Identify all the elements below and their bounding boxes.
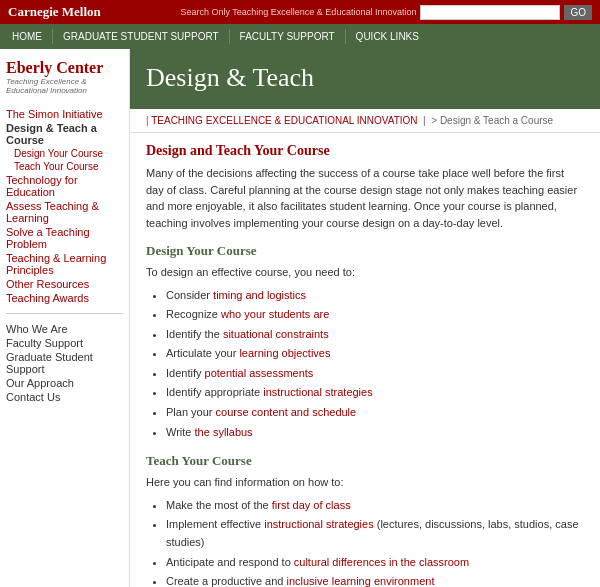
page-title: Design & Teach — [146, 63, 584, 93]
breadcrumb-link1[interactable]: TEACHING EXCELLENCE & EDUCATIONAL INNOVA… — [151, 115, 417, 126]
first-day-link[interactable]: first day of class — [272, 499, 351, 511]
sidebar-item-principles[interactable]: Teaching & Learning Principles — [6, 251, 123, 277]
cultural-link[interactable]: cultural differences in the classroom — [294, 556, 469, 568]
list-item: Consider timing and logistics — [166, 287, 584, 305]
search-label: Search Only Teaching Excellence & Educat… — [180, 7, 416, 17]
page-wrapper: Eberly Center Teaching Excellence & Educ… — [0, 49, 600, 587]
list-item: Identify appropriate instructional strat… — [166, 384, 584, 402]
list-item: Articulate your learning objectives — [166, 345, 584, 363]
sidebar-item-faculty[interactable]: Faculty Support — [6, 336, 123, 350]
nav-home[interactable]: HOME — [8, 29, 53, 44]
nav-graduate[interactable]: GRADUATE STUDENT SUPPORT — [53, 29, 230, 44]
list-item: Plan your course content and schedule — [166, 404, 584, 422]
main-heading: Design and Teach Your Course — [146, 143, 584, 159]
list-item: Create a productive and inclusive learni… — [166, 573, 584, 587]
breadcrumb: | TEACHING EXCELLENCE & EDUCATIONAL INNO… — [130, 109, 600, 133]
search-input[interactable] — [420, 5, 560, 20]
page-header: Design & Teach — [130, 49, 600, 109]
list-item: Anticipate and respond to cultural diffe… — [166, 554, 584, 572]
intro-text: Many of the decisions affecting the succ… — [146, 165, 584, 231]
top-bar: Carnegie Mellon Search Only Teaching Exc… — [0, 0, 600, 24]
sidebar-item-graduate[interactable]: Graduate Student Support — [6, 350, 123, 376]
sidebar-item-simon[interactable]: The Simon Initiative — [6, 107, 123, 121]
design-list: Consider timing and logistics Recognize … — [166, 287, 584, 442]
list-item: Write the syllabus — [166, 424, 584, 442]
nav-quicklinks[interactable]: QUICK LINKS — [346, 29, 429, 44]
content-area: Design and Teach Your Course Many of the… — [130, 143, 600, 587]
search-area: Search Only Teaching Excellence & Educat… — [180, 5, 592, 20]
sidebar-item-teach-course[interactable]: Teach Your Course — [6, 160, 123, 173]
syllabus-link[interactable]: the syllabus — [195, 426, 253, 438]
breadcrumb-current: Design & Teach a Course — [440, 115, 553, 126]
sidebar-item-resources[interactable]: Other Resources — [6, 277, 123, 291]
students-link[interactable]: who your students are — [221, 308, 329, 320]
design-intro: To design an effective course, you need … — [146, 264, 584, 281]
objectives-link[interactable]: learning objectives — [239, 347, 330, 359]
search-button[interactable]: GO — [564, 5, 592, 20]
strategies-link[interactable]: instructional strategies — [263, 386, 372, 398]
assessments-link[interactable]: potential assessments — [205, 367, 314, 379]
teach-list: Make the most of the first day of class … — [166, 497, 584, 587]
sidebar: Eberly Center Teaching Excellence & Educ… — [0, 49, 130, 587]
sidebar-item-contact[interactable]: Contact Us — [6, 390, 123, 404]
sidebar-item-solve[interactable]: Solve a Teaching Problem — [6, 225, 123, 251]
eberly-logo: Eberly Center Teaching Excellence & Educ… — [6, 59, 123, 95]
sidebar-item-design-course[interactable]: Design Your Course — [6, 147, 123, 160]
nav-bar: HOME GRADUATE STUDENT SUPPORT FACULTY SU… — [0, 24, 600, 49]
sidebar-item-technology[interactable]: Technology for Education — [6, 173, 123, 199]
teach-intro: Here you can find information on how to: — [146, 474, 584, 491]
sidebar-item-assess[interactable]: Assess Teaching & Learning — [6, 199, 123, 225]
list-item: Recognize who your students are — [166, 306, 584, 324]
sidebar-item-awards[interactable]: Teaching Awards — [6, 291, 123, 305]
sidebar-item-design-teach[interactable]: Design & Teach a Course — [6, 121, 123, 147]
list-item: Make the most of the first day of class — [166, 497, 584, 515]
list-item: Implement effective instructional strate… — [166, 516, 584, 551]
sidebar-item-approach[interactable]: Our Approach — [6, 376, 123, 390]
sidebar-secondary-nav: Who We Are Faculty Support Graduate Stud… — [6, 322, 123, 404]
design-heading: Design Your Course — [146, 243, 584, 259]
main-content: Design & Teach | TEACHING EXCELLENCE & E… — [130, 49, 600, 587]
timing-link[interactable]: timing and logistics — [213, 289, 306, 301]
schedule-link[interactable]: course content and schedule — [216, 406, 357, 418]
inclusive-link[interactable]: inclusive learning environment — [286, 575, 434, 587]
constraints-link[interactable]: situational constraints — [223, 328, 329, 340]
sidebar-item-who[interactable]: Who We Are — [6, 322, 123, 336]
eberly-subtitle: Teaching Excellence & Educational Innova… — [6, 77, 123, 95]
list-item: Identify the situational constraints — [166, 326, 584, 344]
carnegie-mellon-logo: Carnegie Mellon — [8, 4, 101, 20]
sidebar-divider — [6, 313, 123, 314]
eberly-title: Eberly Center — [6, 59, 123, 77]
list-item: Identify potential assessments — [166, 365, 584, 383]
instruct-strategies-link[interactable]: instructional strategies — [264, 518, 373, 530]
sidebar-main-nav: The Simon Initiative Design & Teach a Co… — [6, 107, 123, 305]
teach-heading: Teach Your Course — [146, 453, 584, 469]
nav-faculty[interactable]: FACULTY SUPPORT — [230, 29, 346, 44]
